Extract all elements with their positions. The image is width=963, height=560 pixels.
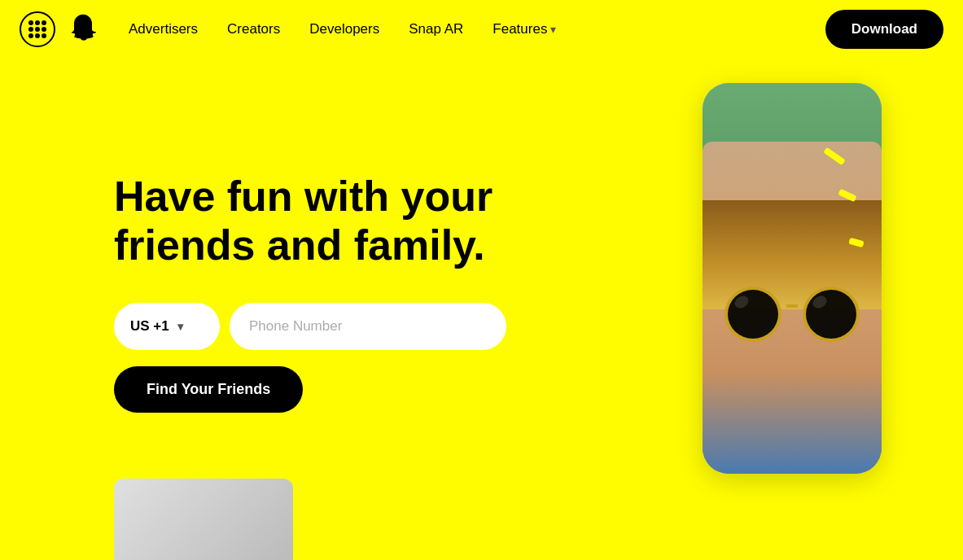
dropdown-chevron-icon: ▾ (177, 320, 183, 333)
download-button[interactable]: Download (825, 10, 943, 49)
find-friends-button[interactable]: Find Your Friends (114, 366, 303, 413)
right-lens (803, 287, 860, 342)
bottom-preview-image (114, 479, 293, 560)
nav-left (20, 11, 101, 47)
country-code-value: US +1 (130, 318, 169, 335)
hero-title: Have fun with your friends and family. (114, 173, 537, 270)
nav-item-advertisers[interactable]: Advertisers (117, 15, 209, 44)
nav-right: Download (825, 10, 943, 49)
hero-section: Have fun with your friends and family. U… (0, 59, 963, 560)
phone-mockup (703, 83, 882, 474)
nav-item-features[interactable]: Features ▾ (481, 15, 567, 44)
ar-sunglasses (724, 287, 860, 342)
chevron-down-icon: ▾ (550, 23, 556, 36)
nav-item-snap-ar[interactable]: Snap AR (397, 15, 475, 44)
grid-menu-button[interactable] (20, 11, 55, 47)
glasses-bridge (786, 304, 798, 308)
hero-form: US +1 ▾ (114, 303, 537, 350)
phone-number-input[interactable] (230, 303, 506, 350)
snapchat-logo[interactable] (65, 11, 101, 47)
hero-content: Have fun with your friends and family. U… (114, 107, 537, 413)
nav-item-developers[interactable]: Developers (298, 15, 391, 44)
phone-screen (703, 83, 882, 474)
nav-item-creators[interactable]: Creators (216, 15, 291, 44)
nav-links: Advertisers Creators Developers Snap AR … (117, 15, 567, 44)
navbar: Advertisers Creators Developers Snap AR … (0, 0, 963, 59)
left-lens (724, 287, 781, 342)
grid-icon (28, 20, 46, 38)
bottom-preview-content (114, 479, 293, 560)
country-code-selector[interactable]: US +1 ▾ (114, 303, 220, 350)
